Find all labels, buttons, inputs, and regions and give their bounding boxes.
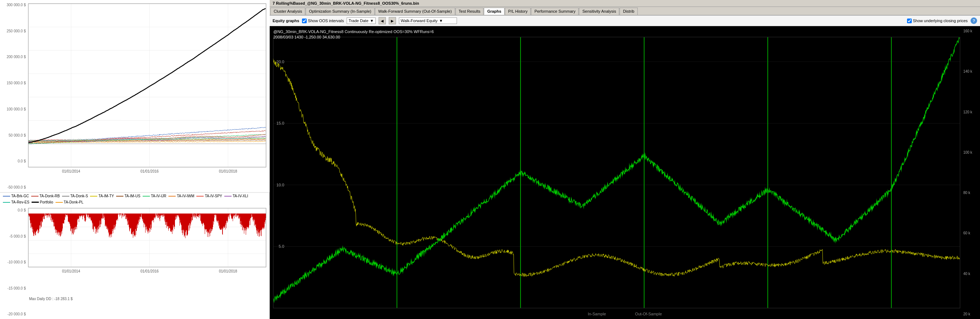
- wfe-dropdown-arrow: ▼: [439, 19, 443, 23]
- equity-chart-area: @NG_30min_BRK-VOLA-NG_Fitness8 Continuou…: [270, 26, 980, 319]
- legend-color: [169, 196, 176, 196]
- tab-test-results[interactable]: Test Results: [455, 8, 484, 15]
- trade-date-dropdown-arrow: ▼: [370, 19, 374, 23]
- y-label: 100 000.0 $: [2, 107, 26, 111]
- tab-distrib[interactable]: Distrib: [620, 8, 637, 15]
- y-label: 250 000.0 $: [2, 29, 26, 33]
- help-icon[interactable]: ?: [970, 18, 977, 24]
- legend-item-ta-rev-es: TA-Rev-ES: [3, 200, 29, 204]
- controls-bar: Equity graphs Show OOS intervals Trade D…: [270, 16, 980, 26]
- left-panel: 300 000.0 $ 250 000.0 $ 200 000.0 $ 150 …: [0, 0, 270, 319]
- show-underlying-label: Show underlying closing prices: [913, 19, 968, 23]
- legend-label: TA-Rev-ES: [11, 200, 29, 204]
- legend-label: TA-IV-IJR: [151, 194, 167, 198]
- upper-chart-y-labels: 300 000.0 $ 250 000.0 $ 200 000.0 $ 150 …: [0, 0, 27, 192]
- legend-color: [31, 196, 38, 196]
- legend-color: [32, 202, 39, 203]
- y-label: 150 000.0 $: [2, 81, 26, 85]
- show-oos-checkbox[interactable]: [302, 19, 307, 23]
- tab-graphs[interactable]: Graphs: [484, 8, 504, 15]
- legend-color: [196, 196, 204, 196]
- legend-item-ta-donk-s: TA-Donk-S: [62, 194, 88, 198]
- legend-color: [90, 196, 97, 196]
- y-label: -5 000.0 $: [2, 234, 26, 238]
- next-nav-button[interactable]: ▶: [389, 17, 396, 24]
- tabs-bar: Cluster AnalysisOptimization Summary (In…: [270, 7, 980, 16]
- legend-color: [3, 202, 10, 203]
- right-y-label: 120 k: [963, 110, 978, 114]
- legend-item-ta-donk-pl: TA-Donk-PL: [56, 200, 83, 204]
- trade-date-dropdown[interactable]: Trade Date ▼: [347, 18, 375, 24]
- right-y-label: 80 k: [963, 191, 978, 195]
- tab-optimization-summary-in-sample[interactable]: Optimization Summary (In-Sample): [305, 8, 375, 15]
- right-y-labels: 160 k 140 k 120 k 100 k 80 k 60 k 40 k 2…: [962, 26, 980, 319]
- legend-item-ta-donk-rb: TA-Donk-RB: [31, 194, 60, 198]
- legend-label: TA-IV-SPY: [205, 194, 222, 198]
- right-y-label: 140 k: [963, 69, 978, 73]
- right-panel: 7 Rolling%Based_@NG_30min_BRK-VOLA-NG_Fi…: [270, 0, 980, 319]
- prev-nav-button[interactable]: ◀: [379, 17, 386, 24]
- bottom-x-labels: In-Sample Out-Of-Sample: [270, 312, 980, 316]
- legend-area: TA-Brk-GCTA-Donk-RBTA-Donk-STA-IM-TYTA-I…: [0, 193, 269, 205]
- y-label: -15 000.0 $: [2, 286, 26, 290]
- show-underlying-checkbox[interactable]: [907, 19, 912, 23]
- legend-color: [143, 196, 150, 196]
- y-label: 0.0 $: [2, 159, 26, 163]
- y-label: 300 000.0 $: [2, 3, 26, 7]
- walk-forward-equity-dropdown[interactable]: Walk-Forward Equity ▼: [399, 18, 457, 24]
- legend-color: [224, 196, 232, 196]
- walk-forward-equity-label: Walk-Forward Equity: [401, 19, 438, 23]
- upper-chart: 300 000.0 $ 250 000.0 $ 200 000.0 $ 150 …: [0, 0, 270, 193]
- right-y-label: 60 k: [963, 231, 978, 235]
- legend-label: TA-IV-IWM: [177, 194, 194, 198]
- legend-label: TA-IV-XLI: [233, 194, 248, 198]
- legend-item-ta-im-ty: TA-IM-TY: [90, 194, 114, 198]
- window-title: 7 Rolling%Based_@NG_30min_BRK-VOLA-NG_Fi…: [273, 1, 419, 5]
- in-sample-label: In-Sample: [588, 312, 606, 316]
- legend-item-ta-iv-ijr: TA-IV-IJR: [143, 194, 167, 198]
- legend-label: TA-Donk-PL: [64, 200, 83, 204]
- tab-p/l-history[interactable]: P/L History: [505, 8, 531, 15]
- tab-sensitivity-analysis[interactable]: Sensitivity Analysis: [579, 8, 619, 15]
- show-oos-checkbox-container[interactable]: Show OOS intervals: [302, 19, 344, 23]
- trade-date-label: Trade Date: [348, 19, 368, 23]
- legend-item-ta-iv-spy: TA-IV-SPY: [196, 194, 222, 198]
- legend-item-ta-im-us: TA-IM-US: [116, 194, 140, 198]
- legend-item-portfolio: Portfolio: [32, 200, 53, 204]
- legend-label: TA-IM-US: [124, 194, 140, 198]
- equity-graphs-label: Equity graphs: [273, 19, 299, 23]
- legend-label: TA-Donk-S: [70, 194, 88, 198]
- y-label: -50 000.0 $: [2, 185, 26, 189]
- tab-performance-summary[interactable]: Performance Summary: [531, 8, 579, 15]
- legend-color: [3, 196, 10, 196]
- show-oos-label: Show OOS intervals: [308, 19, 344, 23]
- right-y-label: 40 k: [963, 272, 978, 276]
- title-bar: 7 Rolling%Based_@NG_30min_BRK-VOLA-NG_Fi…: [270, 0, 980, 7]
- legend-label: Portfolio: [40, 200, 53, 204]
- legend-color: [56, 202, 63, 203]
- y-label: -10 000.0 $: [2, 260, 26, 264]
- y-label: -20 000.0 $: [2, 312, 26, 316]
- legend-label: TA-Donk-RB: [40, 194, 60, 198]
- legend-item-ta-brk-gc: TA-Brk-GC: [3, 194, 29, 198]
- show-underlying-checkbox-container[interactable]: Show underlying closing prices: [907, 19, 968, 23]
- y-label: 50 000.0 $: [2, 133, 26, 137]
- legend-color: [62, 196, 69, 196]
- lower-chart: 0.0 $ -5 000.0 $ -10 000.0 $ -15 000.0 $…: [0, 205, 270, 319]
- legend-label: TA-IM-TY: [99, 194, 114, 198]
- y-label: 200 000.0 $: [2, 55, 26, 59]
- out-of-sample-label: Out-Of-Sample: [635, 312, 662, 316]
- legend-label: TA-Brk-GC: [11, 194, 29, 198]
- tab-cluster-analysis[interactable]: Cluster Analysis: [270, 8, 305, 15]
- max-dd-label: Max Daily DD : -18 283.1 $: [29, 297, 73, 301]
- right-y-label: 100 k: [963, 150, 978, 155]
- legend-item-ta-iv-iwm: TA-IV-IWM: [169, 194, 194, 198]
- right-y-label: 160 k: [963, 29, 978, 33]
- legend-color: [116, 196, 123, 196]
- lower-chart-y-labels: 0.0 $ -5 000.0 $ -10 000.0 $ -15 000.0 $…: [0, 205, 27, 319]
- y-label: 0.0 $: [2, 208, 26, 212]
- tab-walk-forward-summary-out-of-sample[interactable]: Walk-Forward Summary (Out-Of-Sample): [375, 8, 455, 15]
- legend-item-ta-iv-xli: TA-IV-XLI: [224, 194, 248, 198]
